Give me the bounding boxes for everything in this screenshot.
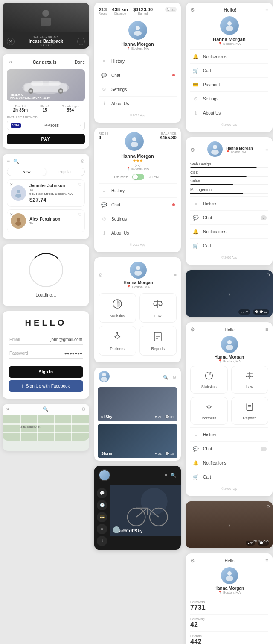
chat-icon[interactable]: 💬 <box>97 488 107 498</box>
add-button[interactable]: + <box>77 38 85 45</box>
email-field[interactable]: Email john@gmail.com <box>9 335 83 345</box>
filter-icon[interactable]: ⚙ <box>266 504 270 509</box>
menu-about-2[interactable]: ℹ About Us <box>99 226 177 240</box>
arrow-icon[interactable]: › <box>170 14 171 18</box>
hamburger-icon[interactable]: ≡ <box>265 7 268 13</box>
dashboard-grid: Statistics Law Partners <box>99 293 177 356</box>
menu-settings[interactable]: ⚙ Settings <box>99 82 177 96</box>
menu-payment[interactable]: 💳 Payment <box>190 77 268 91</box>
hamburger-icon[interactable]: ≡ <box>174 273 177 278</box>
partners-item[interactable]: Partners <box>99 326 136 356</box>
law-item-2[interactable]: Law <box>231 366 269 394</box>
search-icon[interactable]: 🔍 <box>171 473 177 478</box>
menu-cart-s[interactable]: 🛒 Cart <box>190 238 268 253</box>
chat-icon: 💬 <box>192 445 200 453</box>
menu-about-3[interactable]: ℹ About Us <box>190 106 268 120</box>
menu-chat-s[interactable]: 💬 Chat 9 <box>190 210 268 224</box>
gear-icon[interactable]: ⚙ <box>190 147 195 153</box>
partners-icon <box>204 402 214 414</box>
statistics-icon <box>204 371 214 383</box>
menu-chat-h2[interactable]: 💬 Chat 3 <box>190 441 268 456</box>
likes-1: ♥ 21 <box>155 415 162 419</box>
search-icon[interactable]: 🔍 <box>43 406 49 412</box>
menu-about[interactable]: ℹ About Us <box>99 96 177 110</box>
followers-block: Followers 7731 <box>190 597 268 614</box>
history-icon: ≡ <box>100 187 108 194</box>
balance-avatar <box>125 132 144 151</box>
filter-icon[interactable]: ⚙ <box>172 375 177 380</box>
menu-cart[interactable]: 🛒 Cart <box>190 63 268 77</box>
tab-new[interactable]: New <box>7 168 46 176</box>
settings-icon[interactable]: ⚙ <box>97 524 107 534</box>
menu-notif-s[interactable]: 🔔 Notifications <box>190 224 268 238</box>
history-icon: ≡ <box>192 200 200 207</box>
gear-icon[interactable]: ⚙ <box>190 326 195 332</box>
filter-icon[interactable]: ⚙ <box>266 273 270 277</box>
menu-history[interactable]: ≡ History <box>99 54 177 68</box>
history-icon: ≡ <box>192 431 200 438</box>
search-icon[interactable]: 🔍 <box>13 159 19 164</box>
close-icon[interactable]: ✕ <box>10 212 13 217</box>
stats-avatar <box>221 567 238 584</box>
photo-sidebar-1: ⚙ ♥ ♥ 51 💬 💬 19 › <box>186 270 273 317</box>
menu-chat-2[interactable]: 💬 Chat <box>99 197 177 212</box>
close-icon[interactable]: ✕ <box>6 407 9 412</box>
close-icon[interactable]: ✕ <box>7 58 15 66</box>
partners-item-2[interactable]: Partners <box>190 397 228 425</box>
svg-point-45 <box>211 150 219 155</box>
menu-history-2[interactable]: ≡ History <box>99 183 177 197</box>
driver-item-2: ✕ ♡ Alex Ferginson To <box>7 209 85 232</box>
sign-in-button[interactable]: Sign In <box>9 366 83 378</box>
backpack-title: Incase Backpack <box>15 39 77 44</box>
password-field[interactable]: Password ●●●●●●● <box>9 348 83 359</box>
menu-settings-3[interactable]: ⚙ Settings <box>190 91 268 106</box>
tab-popular[interactable]: Popular <box>46 168 85 176</box>
arrow-icon[interactable]: › <box>228 289 231 298</box>
driver-client-toggle[interactable] <box>132 174 144 180</box>
svg-point-8 <box>29 90 32 92</box>
hamburger-icon[interactable]: ≡ <box>265 147 268 153</box>
heart-icon[interactable]: ♡ <box>78 182 82 187</box>
pay-button[interactable]: PAY <box>7 134 85 144</box>
svg-rect-6 <box>49 81 59 85</box>
hamburger-icon[interactable]: ≡ <box>265 326 268 332</box>
info-icon: ℹ <box>100 229 108 237</box>
search-icon[interactable]: 🔍 <box>163 375 169 380</box>
menu-icon[interactable]: ≡ <box>7 158 10 164</box>
reports-icon <box>244 402 255 414</box>
law-item[interactable]: Law <box>139 293 177 323</box>
car-stats: Time left 2h 35m KM left 15 Spent of gas… <box>7 105 85 112</box>
statistics-item[interactable]: Statistics <box>99 293 136 323</box>
arrow-icon[interactable]: › <box>228 520 231 529</box>
filter-icon[interactable]: ⚙ <box>81 406 86 412</box>
hamburger-icon[interactable]: ≡ <box>165 473 167 478</box>
reports-item-2[interactable]: Reports <box>231 397 269 425</box>
close-button[interactable]: ✕ <box>7 38 15 45</box>
menu-notifications[interactable]: 🔔 Notifications <box>190 49 268 63</box>
driver-avatar-1 <box>11 185 26 201</box>
clock-icon[interactable]: 🕐 <box>97 500 107 510</box>
filter-icon[interactable]: ⚙ <box>81 159 85 164</box>
menu-chat[interactable]: 💬 Chat <box>99 68 177 82</box>
facebook-button[interactable]: f Sign Up with Facebook <box>9 380 83 392</box>
gear-icon[interactable]: ⚙ <box>190 558 195 564</box>
menu-history-s[interactable]: ≡ History <box>190 196 268 210</box>
reports-item[interactable]: Reports <box>139 326 177 356</box>
menu-history-h2[interactable]: ≡ History <box>190 427 268 441</box>
gear-icon[interactable]: ⚙ <box>99 273 103 278</box>
done-button[interactable]: Done <box>75 60 85 65</box>
card-icon[interactable]: 💳 <box>97 512 107 522</box>
info-icon[interactable]: ℹ <box>97 536 107 546</box>
heart-icon[interactable]: ♡ <box>78 212 82 217</box>
menu-cart-h2[interactable]: 🛒 Cart <box>190 470 268 484</box>
skill-sales: Sales <box>190 179 268 185</box>
menu-notif-h2[interactable]: 🔔 Notifications <box>190 456 268 470</box>
statistics-item-2[interactable]: Statistics <box>190 366 228 394</box>
menu-settings-2[interactable]: ⚙ Settings <box>99 212 177 226</box>
hamburger-icon[interactable]: ≡ <box>265 558 268 564</box>
svg-point-19 <box>136 266 140 270</box>
reports-icon <box>152 331 164 345</box>
close-icon[interactable]: ✕ <box>10 182 13 187</box>
gear-icon[interactable]: ⚙ <box>190 7 195 13</box>
skill-webdesign: Web Design <box>190 162 268 168</box>
